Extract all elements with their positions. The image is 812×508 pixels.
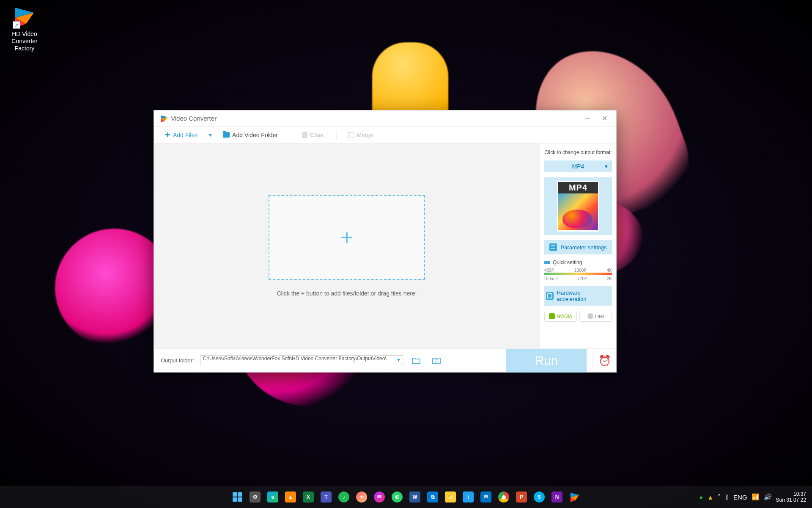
tray-language[interactable]: ENG bbox=[733, 494, 747, 501]
taskbar-copilot-icon[interactable]: ✦ bbox=[354, 489, 369, 505]
tick-label: 1080P bbox=[574, 268, 587, 273]
taskbar-explorer-icon[interactable]: 📁 bbox=[443, 489, 458, 505]
output-folder-path[interactable]: C:\Users\Sofia\Videos\WonderFox Soft\HD … bbox=[200, 355, 403, 366]
taskbar-video-converter-icon[interactable] bbox=[567, 489, 582, 505]
taskbar-onenote-icon[interactable]: N bbox=[549, 489, 565, 505]
quick-setting: Quick setting 480P 1080P 4K Default 720P… bbox=[544, 260, 612, 281]
sidebar: Click to change output format: MP4 ▼ MP4… bbox=[540, 144, 616, 348]
add-files-button[interactable]: + Add Files ▼ bbox=[161, 129, 217, 141]
tray-drive-icon[interactable]: ▲ bbox=[707, 494, 713, 501]
format-badge: MP4 bbox=[558, 182, 598, 193]
taskbar-powerpoint-icon[interactable]: P bbox=[514, 489, 529, 505]
output-format-thumbnail[interactable]: MP4 bbox=[544, 177, 612, 235]
parameter-settings-label: Parameter settings bbox=[560, 244, 606, 251]
tick-label: 4K bbox=[607, 268, 612, 273]
run-label: Run bbox=[535, 353, 558, 368]
taskbar-twitter-icon[interactable]: t bbox=[461, 489, 476, 505]
nvidia-icon bbox=[549, 313, 555, 319]
video-converter-window: Video Converter ─ ✕ + Add Files ▼ Add Vi… bbox=[154, 110, 617, 373]
schedule-button[interactable]: ⏰ bbox=[593, 349, 616, 373]
tray-time: 10:37 bbox=[776, 491, 806, 497]
dropzone-hint: Click the + button to add files/folder,o… bbox=[277, 290, 417, 297]
dropzone[interactable]: + bbox=[269, 195, 425, 280]
plus-icon: + bbox=[340, 225, 353, 250]
taskbar-messenger-icon[interactable]: ✉ bbox=[372, 489, 387, 505]
output-format-dropdown[interactable]: MP4 ▼ bbox=[544, 160, 612, 172]
taskbar-mail-icon[interactable]: ✉ bbox=[478, 489, 494, 505]
sliders-icon bbox=[549, 243, 557, 251]
clear-button[interactable]: Clear bbox=[298, 130, 328, 140]
tick-label: 2K bbox=[607, 276, 612, 281]
tick-label: Default bbox=[544, 276, 558, 281]
gpu-intel-label: Intel bbox=[595, 314, 604, 319]
taskbar-whatsapp-icon[interactable]: ✆ bbox=[390, 489, 405, 505]
hardware-acceleration-button[interactable]: Hardware acceleration bbox=[544, 286, 612, 306]
output-folder-value: C:\Users\Sofia\Videos\WonderFox Soft\HD … bbox=[203, 356, 387, 362]
taskbar-word-icon[interactable]: W bbox=[407, 489, 422, 505]
add-video-folder-button[interactable]: Add Video Folder bbox=[219, 130, 282, 140]
tray-date: Sun 31 07 22 bbox=[776, 497, 806, 503]
start-button[interactable] bbox=[230, 489, 245, 505]
tray-volume-icon[interactable]: 🔊 bbox=[764, 493, 772, 501]
titlebar: Video Converter ─ ✕ bbox=[154, 110, 616, 127]
output-format-value: MP4 bbox=[572, 163, 584, 170]
browse-folder-button[interactable] bbox=[409, 355, 423, 367]
tray-bluetooth-icon[interactable]: ᛒ bbox=[725, 494, 729, 501]
bottom-bar: Output folder: C:\Users\Sofia\Videos\Won… bbox=[154, 348, 616, 372]
hw-accel-label: Hardware acceleration bbox=[557, 290, 611, 302]
tray-wifi-icon[interactable]: 📶 bbox=[752, 493, 760, 501]
output-folder-label: Output folder: bbox=[161, 357, 194, 364]
merge-label: Merge bbox=[357, 132, 374, 138]
chip-icon bbox=[546, 292, 554, 300]
desktop-shortcut-hd-video-converter[interactable]: ↗ HD Video Converter Factory bbox=[3, 5, 46, 52]
taskbar-excel-icon[interactable]: X bbox=[301, 489, 316, 505]
taskbar-chrome-icon[interactable]: ◉ bbox=[496, 489, 511, 505]
toolbar: + Add Files ▼ Add Video Folder Clear Mer… bbox=[154, 127, 616, 144]
system-tray: ● ▲ ˄ ᛒ ENG 📶 🔊 10:37 Sun 31 07 22 bbox=[693, 491, 812, 503]
plus-icon: + bbox=[165, 130, 170, 140]
window-title: Video Converter bbox=[171, 115, 217, 122]
tick-label: 480P bbox=[544, 268, 554, 273]
tick-label: 720P bbox=[577, 276, 587, 281]
merge-icon bbox=[348, 132, 354, 138]
run-button[interactable]: Run bbox=[506, 349, 587, 373]
taskbar-vlc-icon[interactable]: ▲ bbox=[283, 489, 298, 505]
quick-setting-label: Quick setting bbox=[544, 260, 612, 265]
taskbar-skype-icon[interactable]: S bbox=[532, 489, 547, 505]
folder-icon bbox=[223, 132, 230, 138]
desktop-shortcut-label: HD Video Converter Factory bbox=[3, 30, 46, 52]
parameter-settings-button[interactable]: Parameter settings bbox=[544, 240, 612, 254]
main-drop-area: + Click the + button to add files/folder… bbox=[154, 144, 540, 348]
chevron-down-icon: ▼ bbox=[208, 132, 213, 138]
taskbar-store-icon[interactable]: ⧉ bbox=[425, 489, 440, 505]
gpu-intel-chip[interactable]: Intel bbox=[579, 311, 612, 322]
gpu-nvidia-chip[interactable]: NVIDIA bbox=[544, 311, 577, 322]
app-logo-icon bbox=[160, 114, 168, 123]
tray-clock[interactable]: 10:37 Sun 31 07 22 bbox=[776, 491, 806, 503]
alarm-clock-icon: ⏰ bbox=[598, 355, 611, 367]
intel-icon bbox=[587, 313, 593, 319]
chevron-down-icon: ▼ bbox=[396, 357, 401, 362]
taskbar-teams-icon[interactable]: T bbox=[318, 489, 334, 505]
add-folder-label: Add Video Folder bbox=[232, 132, 278, 138]
minimize-button[interactable]: ─ bbox=[579, 112, 596, 125]
taskbar-spotify-icon[interactable]: ♪ bbox=[336, 489, 351, 505]
taskbar: ⚙ e ▲ X T ♪ ✦ ✉ ✆ W ⧉ 📁 t ✉ ◉ P S N ● ▲ … bbox=[0, 486, 812, 508]
output-format-label: Click to change output format: bbox=[544, 149, 612, 155]
trash-icon bbox=[302, 132, 307, 138]
add-files-label: Add Files bbox=[173, 132, 198, 138]
tray-chevron-up-icon[interactable]: ˄ bbox=[718, 493, 721, 501]
close-button[interactable]: ✕ bbox=[596, 112, 613, 125]
taskbar-center: ⚙ e ▲ X T ♪ ✦ ✉ ✆ W ⧉ 📁 t ✉ ◉ P S N bbox=[230, 489, 582, 505]
taskbar-edge-icon[interactable]: e bbox=[265, 489, 280, 505]
merge-button[interactable]: Merge bbox=[344, 130, 378, 140]
clear-label: Clear bbox=[310, 132, 324, 138]
quality-slider[interactable] bbox=[544, 273, 612, 275]
app-logo-icon: ↗ bbox=[13, 5, 36, 29]
gpu-nvidia-label: NVIDIA bbox=[557, 314, 572, 319]
chevron-down-icon: ▼ bbox=[604, 164, 609, 169]
tray-spotify-icon[interactable]: ● bbox=[699, 494, 703, 501]
shortcut-arrow-icon: ↗ bbox=[13, 21, 20, 29]
open-output-folder-button[interactable] bbox=[429, 355, 444, 367]
taskbar-settings-icon[interactable]: ⚙ bbox=[247, 489, 263, 505]
